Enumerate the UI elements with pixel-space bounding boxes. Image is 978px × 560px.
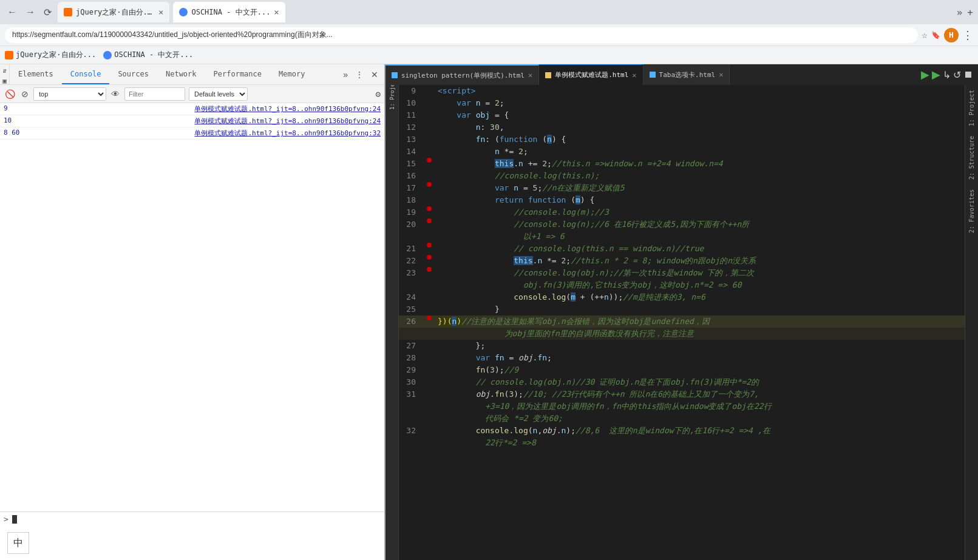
breakpoint-15[interactable] (423, 158, 435, 163)
editor-tab-close-taba[interactable]: ✕ (719, 70, 723, 79)
code-line-20b: 以+1 => 6 (399, 231, 965, 243)
devtools-settings-button[interactable]: ⋮ (353, 69, 366, 81)
sidebar-project-icon[interactable]: 1: Project (386, 87, 398, 100)
line-num-22: 22 (399, 255, 423, 267)
tab-console[interactable]: Console (62, 64, 110, 84)
devtools-panel: ⇵ ▣ Elements Console Sources Network Per… (0, 64, 385, 560)
forward-button[interactable]: → (23, 5, 38, 19)
refresh-button[interactable]: ⟳ (41, 5, 54, 19)
code-line-18: 18 return function (m) { (399, 194, 965, 206)
more-tabs-icon[interactable]: » (957, 7, 963, 18)
editor-tab-close-hard[interactable]: ✕ (632, 71, 636, 79)
step-over-button[interactable]: ↳ (943, 69, 951, 81)
log-levels-select[interactable]: Default levels (189, 87, 248, 101)
more-devtools-button[interactable]: » (341, 69, 350, 81)
line-num-12: 12 (399, 121, 423, 133)
back-button[interactable]: ← (5, 5, 19, 19)
editor-tab-label-hard: 单例模式赋难试题.html (555, 70, 628, 79)
breakpoint-17[interactable] (423, 182, 435, 187)
tab-sources[interactable]: Sources (109, 64, 157, 84)
line-content-15: this.n += 2;//this.n =>window.n =+2=4 wi… (435, 158, 965, 170)
editor-tab-bar: singleton pattern(单例模式).html ✕ 单例模式赋难试题.… (385, 64, 978, 85)
new-tab-button[interactable]: + (967, 7, 973, 18)
line-content-22: this.n *= 2;//this.n * 2 = 8; window的n跟o… (435, 255, 965, 267)
debug-button[interactable]: ▶ (932, 68, 940, 81)
line-num-29: 29 (399, 364, 423, 376)
breakpoint-dot-17 (427, 182, 432, 187)
breakpoint-22[interactable] (423, 255, 435, 260)
run-button[interactable]: ▶ (921, 68, 929, 81)
toggle-filter-button[interactable]: ⊘ (20, 88, 30, 100)
code-line-20: 20 //console.log(n);//6 在16行被定义成5,因为下面有个… (399, 218, 965, 231)
tab-network[interactable]: Network (157, 64, 205, 84)
tab-network-label: Network (166, 70, 197, 78)
tab-memory[interactable]: Memory (270, 64, 313, 84)
line-content-18: return function (m) { (435, 194, 965, 206)
browser-tab-2[interactable]: OSCHINA - 中文开... × (173, 2, 285, 22)
bookmark-favicon-2 (103, 51, 112, 59)
tab-close-1[interactable]: × (158, 7, 163, 17)
row-source-3[interactable]: 单例模式赋难试题.html?_ijt=8..ohn90f136b0pfvng:3… (194, 129, 381, 138)
row-source-1[interactable]: 单例模式赋难试题.html?_ijt=8..ohn90f136b0pfvng:2… (194, 104, 381, 113)
line-content-31: obj.fn(3);//10; //23行代码有个++n 所以n在6的基础上又加… (435, 388, 965, 400)
sidebar-label-favorites[interactable]: 2: Favorites (967, 184, 976, 238)
reload-button[interactable]: ↺ (953, 69, 961, 81)
breakpoint-21[interactable] (423, 243, 435, 248)
console-output: 9 单例模式赋难试题.html?_ijt=8..ohn90f136b0pfvng… (0, 103, 384, 511)
tab-elements[interactable]: Elements (10, 64, 62, 84)
console-row-2: 10 单例模式赋难试题.html?_ijt=8..ohn90f136b0pfvn… (0, 115, 384, 127)
line-num-24: 24 (399, 291, 423, 303)
filter-input[interactable] (124, 87, 185, 101)
cursor-icon[interactable]: ⇵ (2, 67, 7, 75)
code-editor-area[interactable]: 9 <script> 10 var n = 2; 11 var obj = { (399, 85, 965, 560)
tab-favicon-2 (179, 8, 188, 16)
editor-tab-taba[interactable]: Taba选项卡.html ✕ (644, 64, 730, 85)
bookmark-star-icon[interactable]: ☆ (922, 29, 928, 41)
line-content-32b: 22行*=2 =>8 (435, 437, 965, 449)
tab-search-icon[interactable]: 🔖 (931, 31, 940, 39)
editor-panel: singleton pattern(单例模式).html ✕ 单例模式赋难试题.… (385, 64, 978, 560)
bookmark-1[interactable]: jQuery之家·自由分... (5, 50, 96, 60)
line-num-19: 19 (399, 206, 423, 218)
breakpoint-23[interactable] (423, 267, 435, 272)
console-input-row: > (0, 511, 384, 526)
editor-tab-singleton[interactable]: singleton pattern(单例模式).html ✕ (385, 64, 539, 85)
clear-console-button[interactable]: 🚫 (4, 88, 16, 100)
mobile-icon[interactable]: ▣ (2, 77, 7, 85)
line-content-9: <script> (435, 85, 965, 97)
devtools-close-button[interactable]: ✕ (368, 69, 381, 81)
address-input[interactable] (5, 27, 918, 43)
console-settings-icon[interactable]: ⚙ (376, 89, 381, 99)
browser-menu-button[interactable]: ⋮ (962, 29, 973, 41)
bookmark-2[interactable]: OSCHINA - 中文开... (103, 50, 193, 60)
tab-sources-label: Sources (118, 70, 149, 78)
breakpoint-20[interactable] (423, 218, 435, 223)
eye-icon-button[interactable]: 👁 (110, 88, 121, 100)
row-number-3: 8 60 (4, 129, 20, 137)
row-source-2[interactable]: 单例模式赋难试题.html?_ijt=8..ohn90f136b0pfvng:2… (194, 116, 381, 126)
tab-performance-label: Performance (214, 70, 262, 78)
console-row-1: 9 单例模式赋难试题.html?_ijt=8..ohn90f136b0pfvng… (0, 103, 384, 115)
main-content: ⇵ ▣ Elements Console Sources Network Per… (0, 64, 978, 560)
stop-button[interactable]: ⏹ (963, 69, 973, 80)
code-line-26: 26 })(n)//注意的是这里如果写obj.n会报错，因为这时obj是unde… (399, 315, 965, 328)
sidebar-label-project[interactable]: 1: Project (967, 85, 976, 131)
browser-tab-1[interactable]: jQuery之家·自由分... × (58, 2, 169, 22)
line-num-10: 10 (399, 97, 423, 109)
breakpoint-19[interactable] (423, 206, 435, 211)
profile-button[interactable]: H (944, 28, 959, 42)
context-select[interactable]: top (33, 87, 106, 101)
line-content-26: })(n)//注意的是这里如果写obj.n会报错，因为这时obj是undefin… (435, 315, 965, 328)
chinese-input-box[interactable]: 中 (7, 532, 29, 554)
bookmarks-bar: jQuery之家·自由分... OSCHINA - 中文开... (0, 46, 978, 64)
editor-tab-close-singleton[interactable]: ✕ (528, 71, 532, 79)
editor-tab-hard[interactable]: 单例模式赋难试题.html ✕ (539, 64, 643, 85)
browser-tab-bar: ← → ⟳ jQuery之家·自由分... × OSCHINA - 中文开...… (0, 0, 978, 24)
line-num-25: 25 (399, 303, 423, 315)
sidebar-label-structure[interactable]: 2: Structure (967, 131, 976, 184)
console-cursor (12, 515, 17, 524)
tab-close-2[interactable]: × (274, 7, 279, 17)
breakpoint-26[interactable] (423, 315, 435, 320)
line-num-11: 11 (399, 109, 423, 121)
tab-performance[interactable]: Performance (205, 64, 270, 84)
